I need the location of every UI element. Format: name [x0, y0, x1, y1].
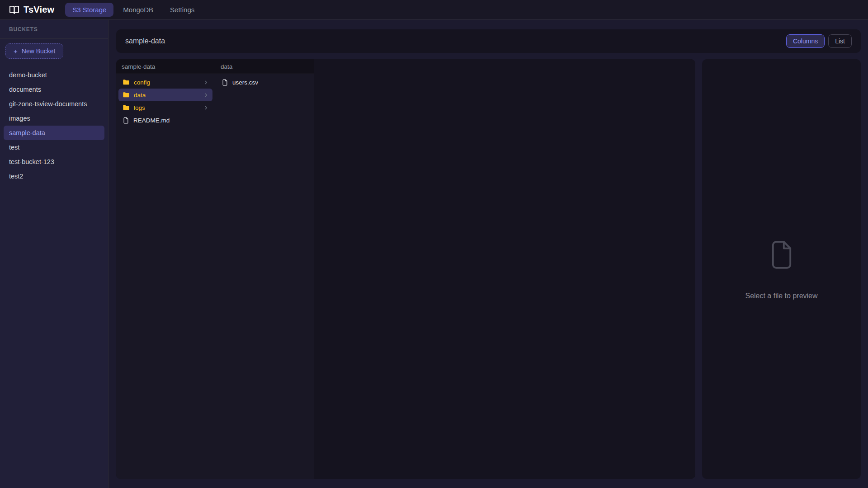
tab-settings[interactable]: Settings	[163, 3, 202, 17]
file-icon	[222, 79, 228, 86]
buckets-heading: BUCKETS	[0, 20, 108, 39]
file-icon	[769, 239, 795, 273]
new-bucket-wrap: + New Bucket	[0, 39, 108, 61]
list-view-button[interactable]: List	[828, 34, 852, 48]
column-header: sample-data	[116, 59, 215, 74]
top-nav-tabs: S3 StorageMongoDBSettings	[65, 3, 202, 17]
page-title: sample-data	[125, 37, 165, 45]
bucket-item-test[interactable]: test	[4, 140, 104, 155]
tab-mongodb[interactable]: MongoDB	[116, 3, 160, 17]
row-label: config	[134, 79, 150, 86]
book-open-icon	[9, 5, 19, 15]
tsview-app: { "topbar": { "app_name": "TsView", "tab…	[0, 0, 868, 488]
bucket-item-git-zone-tsview-documents[interactable]: git-zone-tsview-documents	[4, 97, 104, 111]
folder-row-config[interactable]: config	[118, 76, 212, 89]
new-bucket-button[interactable]: + New Bucket	[5, 43, 63, 59]
file-browser: sample-dataconfigdatalogsREADME.mddataus…	[116, 59, 695, 479]
view-toggle: ColumnsList	[786, 34, 852, 48]
empty-column-area	[314, 59, 695, 479]
bucket-item-images[interactable]: images	[4, 111, 104, 126]
top-bar: TsView S3 StorageMongoDBSettings	[0, 0, 868, 20]
new-bucket-label: New Bucket	[22, 47, 56, 55]
bucket-item-sample-data[interactable]: sample-data	[4, 126, 104, 140]
chevron-right-icon	[203, 80, 208, 85]
file-column-data: datausers.csv	[215, 59, 314, 479]
folder-row-data[interactable]: data	[118, 89, 212, 101]
row-label: logs	[134, 104, 145, 111]
preview-empty-text: Select a file to preview	[745, 292, 817, 300]
buckets-sidebar: BUCKETS + New Bucket demo-bucketdocument…	[0, 20, 108, 488]
app-name: TsView	[24, 5, 54, 15]
file-icon	[123, 117, 129, 124]
folder-icon	[123, 79, 130, 86]
column-body: users.csv	[215, 74, 314, 90]
folder-row-logs[interactable]: logs	[118, 101, 212, 114]
column-header: data	[215, 59, 314, 74]
columns-view-button[interactable]: Columns	[786, 34, 825, 48]
file-row-users.csv[interactable]: users.csv	[217, 76, 311, 89]
row-label: data	[134, 92, 146, 99]
bucket-item-test-bucket-123[interactable]: test-bucket-123	[4, 155, 104, 169]
chevron-right-icon	[203, 93, 208, 98]
folder-icon	[123, 91, 130, 99]
file-column-sample-data: sample-dataconfigdatalogsREADME.md	[116, 59, 215, 479]
file-row-README.md[interactable]: README.md	[118, 114, 212, 127]
chevron-right-icon	[203, 105, 208, 110]
tab-s3-storage[interactable]: S3 Storage	[65, 3, 113, 17]
bucket-header-card: sample-data ColumnsList	[116, 29, 861, 53]
preview-panel: Select a file to preview	[702, 59, 861, 479]
bucket-item-test2[interactable]: test2	[4, 169, 104, 183]
row-label: README.md	[133, 117, 170, 124]
app-logo: TsView	[9, 5, 54, 15]
bucket-list: demo-bucketdocumentsgit-zone-tsview-docu…	[0, 68, 108, 183]
bucket-item-documents[interactable]: documents	[4, 82, 104, 97]
bucket-item-demo-bucket[interactable]: demo-bucket	[4, 68, 104, 82]
folder-icon	[123, 104, 130, 111]
row-label: users.csv	[232, 79, 258, 86]
column-body: configdatalogsREADME.md	[116, 74, 215, 128]
plus-icon: +	[14, 48, 18, 55]
